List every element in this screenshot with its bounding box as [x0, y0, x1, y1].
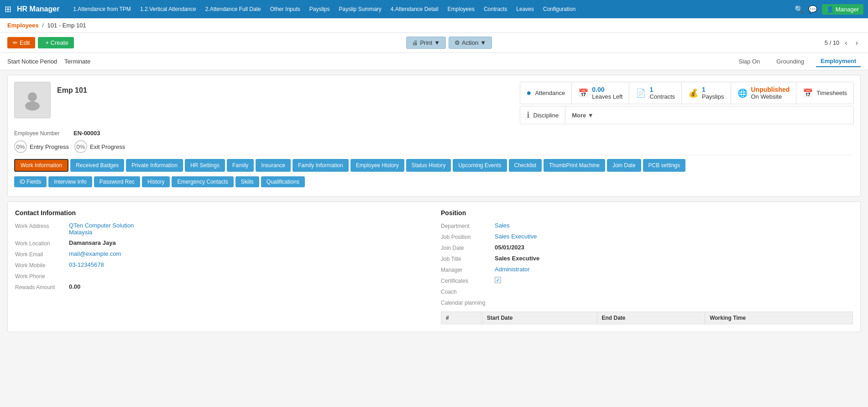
timesheets-stat[interactable]: 📅 Timesheets	[796, 82, 853, 104]
tab-upcoming-events[interactable]: Upcoming Events	[453, 159, 507, 172]
nav-payslips[interactable]: Payslips	[305, 0, 335, 18]
timesheets-text: Timesheets	[816, 90, 847, 96]
tab-pcb-settings[interactable]: PCB settings	[643, 159, 685, 172]
attendance-stat[interactable]: ● Attendance	[520, 82, 572, 104]
website-stat[interactable]: 🌐 Unpublished On Website	[731, 82, 797, 104]
nav-leaves[interactable]: Leaves	[512, 0, 539, 18]
leaves-stat[interactable]: 📅 0.00 Leaves Left	[572, 82, 629, 104]
tab-password-rec[interactable]: Password Rec	[94, 176, 140, 187]
col-hash: #	[441, 312, 482, 324]
print-dropdown-icon: ▼	[434, 39, 440, 46]
avatar	[14, 82, 51, 118]
tab-checklist[interactable]: Checklist	[509, 159, 542, 172]
contracts-stat[interactable]: 📄 1 Contracts	[629, 82, 682, 104]
employee-card: Emp 101 ● Attendance 📅	[7, 75, 861, 197]
search-icon[interactable]: 🔍	[795, 5, 804, 14]
payslips-label: Payslips	[702, 93, 724, 100]
tabs-row1: Work Information Received Badges Private…	[14, 155, 854, 174]
more-stat[interactable]: More ▼	[565, 106, 600, 124]
view-slap-on[interactable]: Slap On	[734, 56, 764, 67]
edit-button[interactable]: ✏ Edit	[7, 37, 35, 48]
nav-employees[interactable]: Employees	[443, 0, 479, 18]
discipline-stat[interactable]: ℹ Discipline	[520, 106, 566, 124]
tab-history[interactable]: History	[142, 176, 170, 187]
department-value[interactable]: Sales	[495, 222, 510, 229]
work-address-label: Work Address	[15, 222, 65, 229]
discipline-text: Discipline	[533, 112, 559, 119]
website-text: Unpublished On Website	[751, 86, 790, 100]
attendance-icon: ●	[527, 88, 532, 98]
nav-attendance-tpm[interactable]: 1.Attendance from TPM	[68, 0, 136, 18]
job-position-row: Job Position Sales Executive	[441, 233, 853, 240]
work-address-value[interactable]: QTen Computer Solution	[69, 222, 134, 229]
tab-insurance[interactable]: Insurance	[256, 159, 291, 172]
tab-family-information[interactable]: Family Information	[293, 159, 349, 172]
manager-value[interactable]: Administrator	[495, 266, 530, 273]
tab-received-badges[interactable]: Received Badges	[70, 159, 124, 172]
nav-configuration[interactable]: Configuration	[539, 0, 580, 18]
tab-id-fields[interactable]: ID Fields	[14, 176, 47, 187]
website-label: On Website	[751, 93, 790, 100]
user-name: Manager	[836, 6, 859, 13]
grid-icon[interactable]: ⊞	[5, 4, 11, 14]
job-position-value[interactable]: Sales Executive	[495, 233, 537, 240]
col-start-date: Start Date	[482, 312, 597, 324]
tab-family[interactable]: Family	[227, 159, 254, 172]
action-button[interactable]: ⚙ Action ▼	[449, 37, 492, 49]
print-button[interactable]: 🖨 Print ▼	[406, 37, 446, 49]
tab-interview-info[interactable]: Interview Info	[48, 176, 92, 187]
tab-private-information[interactable]: Private Information	[126, 159, 183, 172]
tab-hr-settings[interactable]: HR Settings	[185, 159, 225, 172]
nav-contracts[interactable]: Contracts	[479, 0, 512, 18]
leaves-value: 0.00	[592, 86, 622, 93]
leaves-text: 0.00 Leaves Left	[592, 86, 622, 100]
tab-employee-history[interactable]: Employee History	[350, 159, 404, 172]
nav-attendance-detail[interactable]: 4.Attendance Detail	[386, 0, 443, 18]
pagination-text: 5 / 10	[825, 39, 840, 46]
work-location-label: Work Location	[15, 239, 65, 247]
payslips-icon: 💰	[688, 88, 698, 98]
payslips-stat[interactable]: 💰 1 Payslips	[682, 82, 731, 104]
work-address-country[interactable]: Malaysia	[69, 229, 134, 236]
work-email-value[interactable]: mail@example.com	[69, 250, 121, 257]
breadcrumb-sep: /	[42, 22, 44, 29]
start-notice-period-button[interactable]: Start Notice Period	[7, 57, 57, 66]
work-phone-row: Work Phone	[15, 272, 427, 280]
work-mobile-value[interactable]: 03-12345678	[69, 261, 104, 268]
position-section-title: Position	[441, 209, 853, 217]
view-grounding[interactable]: Grounding	[772, 56, 809, 67]
two-col-layout: Contact Information Work Address QTen Co…	[15, 209, 853, 324]
tab-emergency-contacts[interactable]: Emergency Contacts	[172, 176, 233, 187]
view-employment[interactable]: Employment	[816, 56, 861, 67]
rewards-amount-row: Rewads Amount 0.00	[15, 283, 427, 291]
tab-skills[interactable]: Skills	[235, 176, 259, 187]
work-address-row: Work Address QTen Computer Solution Mala…	[15, 222, 427, 236]
certificates-checkbox[interactable]: ✓	[495, 277, 501, 283]
more-text: More ▼	[572, 112, 594, 119]
tab-qualifications[interactable]: Qualifications	[261, 176, 305, 187]
nav-payslip-summary[interactable]: Payslip Summary	[334, 0, 386, 18]
tab-status-history[interactable]: Status History	[406, 159, 451, 172]
join-date-value: 05/01/2023	[495, 244, 524, 251]
print-icon: 🖨	[412, 39, 418, 46]
timesheets-label: Timesheets	[816, 90, 847, 96]
create-button[interactable]: + Create	[38, 37, 73, 48]
prev-page-button[interactable]: ‹	[842, 38, 850, 48]
leaves-label: Leaves Left	[592, 93, 622, 100]
entry-progress-label: Entry Progress	[30, 143, 69, 150]
user-menu[interactable]: 👤 Manager	[822, 4, 863, 15]
next-page-button[interactable]: ›	[853, 38, 861, 48]
position-col: Position Department Sales Job Position S…	[441, 209, 853, 324]
payslips-value: 1	[702, 86, 724, 93]
user-avatar-icon: 👤	[826, 6, 834, 13]
tab-work-information[interactable]: Work Information	[14, 159, 68, 172]
col-end-date: End Date	[597, 312, 705, 324]
tab-thumbprint-machine[interactable]: ThumbPrint Machine	[544, 159, 605, 172]
nav-other-inputs[interactable]: Other Inputs	[266, 0, 305, 18]
nav-vertical-attendance[interactable]: 1.2.Vertical Attendance	[136, 0, 201, 18]
chat-icon[interactable]: 💬	[808, 5, 817, 14]
tab-join-date[interactable]: Join Date	[607, 159, 641, 172]
breadcrumb-link[interactable]: Employees	[7, 22, 39, 29]
terminate-button[interactable]: Terminate	[64, 57, 90, 66]
nav-attendance-full[interactable]: 2.Attendance Full Date	[201, 0, 266, 18]
